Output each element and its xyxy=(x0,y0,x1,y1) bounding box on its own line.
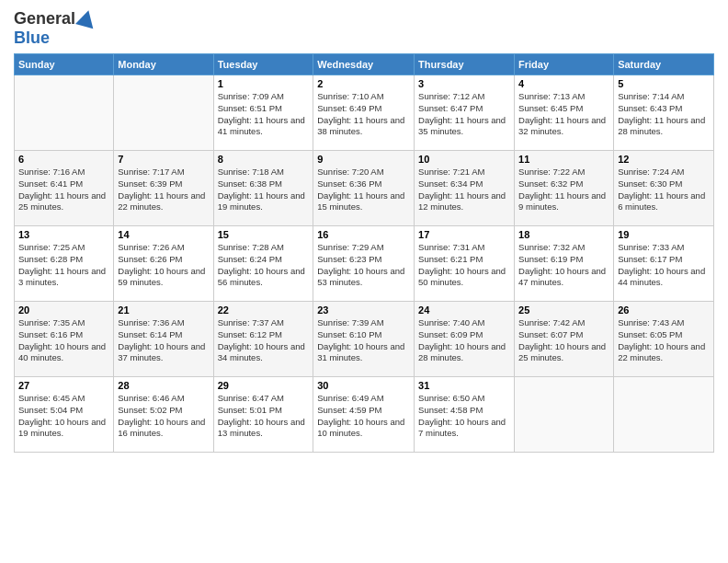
calendar-cell: 14Sunrise: 7:26 AMSunset: 6:26 PMDayligh… xyxy=(114,226,213,302)
cell-content: Sunrise: 7:09 AMSunset: 6:51 PMDaylight:… xyxy=(218,91,310,138)
cell-content: Sunrise: 7:24 AMSunset: 6:30 PMDaylight:… xyxy=(618,167,710,213)
calendar-cell: 16Sunrise: 7:29 AMSunset: 6:23 PMDayligh… xyxy=(313,226,415,302)
calendar-cell: 10Sunrise: 7:21 AMSunset: 6:34 PMDayligh… xyxy=(415,151,515,226)
day-number: 4 xyxy=(518,78,609,89)
cell-content: Sunrise: 7:40 AMSunset: 6:09 PMDaylight:… xyxy=(418,317,510,364)
cell-content: Sunrise: 7:36 AMSunset: 6:14 PMDaylight:… xyxy=(118,317,209,364)
calendar-cell: 8Sunrise: 7:18 AMSunset: 6:38 PMDaylight… xyxy=(213,151,313,226)
day-number: 21 xyxy=(118,304,209,316)
calendar-week-row: 1Sunrise: 7:09 AMSunset: 6:51 PMDaylight… xyxy=(15,75,714,151)
day-number: 27 xyxy=(18,380,109,391)
calendar-week-row: 20Sunrise: 7:35 AMSunset: 6:16 PMDayligh… xyxy=(15,302,714,377)
cell-content: Sunrise: 7:20 AMSunset: 6:36 PMDaylight:… xyxy=(317,167,410,213)
calendar-cell: 24Sunrise: 7:40 AMSunset: 6:09 PMDayligh… xyxy=(415,302,515,377)
calendar-cell: 22Sunrise: 7:37 AMSunset: 6:12 PMDayligh… xyxy=(213,302,313,377)
calendar-cell: 5Sunrise: 7:14 AMSunset: 6:43 PMDaylight… xyxy=(614,75,714,151)
day-number: 22 xyxy=(218,304,310,316)
calendar-cell: 13Sunrise: 7:25 AMSunset: 6:28 PMDayligh… xyxy=(15,226,114,302)
calendar-cell: 28Sunrise: 6:46 AMSunset: 5:02 PMDayligh… xyxy=(114,377,213,453)
day-number: 12 xyxy=(618,154,710,165)
day-of-week-header: Thursday xyxy=(415,54,515,75)
day-of-week-header: Sunday xyxy=(15,54,114,75)
cell-content: Sunrise: 7:12 AMSunset: 6:47 PMDaylight:… xyxy=(418,91,510,138)
cell-content: Sunrise: 7:25 AMSunset: 6:28 PMDaylight:… xyxy=(18,242,109,289)
calendar-week-row: 27Sunrise: 6:45 AMSunset: 5:04 PMDayligh… xyxy=(15,377,714,453)
day-of-week-header: Saturday xyxy=(614,54,714,75)
logo-blue-text: Blue xyxy=(14,29,50,48)
calendar-cell xyxy=(614,377,714,453)
calendar-cell: 9Sunrise: 7:20 AMSunset: 6:36 PMDaylight… xyxy=(313,151,415,226)
cell-content: Sunrise: 6:49 AMSunset: 4:59 PMDaylight:… xyxy=(317,393,410,440)
day-number: 2 xyxy=(317,78,410,89)
cell-content: Sunrise: 6:50 AMSunset: 4:58 PMDaylight:… xyxy=(418,393,510,440)
calendar-week-row: 6Sunrise: 7:16 AMSunset: 6:41 PMDaylight… xyxy=(15,151,714,226)
day-number: 11 xyxy=(518,154,609,165)
cell-content: Sunrise: 7:18 AMSunset: 6:38 PMDaylight:… xyxy=(218,167,310,213)
day-number: 16 xyxy=(317,229,410,240)
header: General Blue xyxy=(14,9,714,48)
logo-triangle-icon xyxy=(75,7,97,29)
calendar-cell: 26Sunrise: 7:43 AMSunset: 6:05 PMDayligh… xyxy=(614,302,714,377)
calendar-cell xyxy=(114,75,213,151)
calendar-cell: 30Sunrise: 6:49 AMSunset: 4:59 PMDayligh… xyxy=(313,377,415,453)
cell-content: Sunrise: 7:16 AMSunset: 6:41 PMDaylight:… xyxy=(18,167,109,213)
cell-content: Sunrise: 7:17 AMSunset: 6:39 PMDaylight:… xyxy=(118,167,209,213)
day-number: 3 xyxy=(418,78,510,89)
cell-content: Sunrise: 7:31 AMSunset: 6:21 PMDaylight:… xyxy=(418,242,510,289)
day-of-week-header: Monday xyxy=(114,54,213,75)
calendar-cell: 1Sunrise: 7:09 AMSunset: 6:51 PMDaylight… xyxy=(213,75,313,151)
cell-content: Sunrise: 7:35 AMSunset: 6:16 PMDaylight:… xyxy=(18,317,109,364)
calendar-cell: 21Sunrise: 7:36 AMSunset: 6:14 PMDayligh… xyxy=(114,302,213,377)
cell-content: Sunrise: 7:32 AMSunset: 6:19 PMDaylight:… xyxy=(518,242,609,289)
cell-content: Sunrise: 7:43 AMSunset: 6:05 PMDaylight:… xyxy=(618,317,710,364)
day-number: 30 xyxy=(317,380,410,391)
day-of-week-header: Wednesday xyxy=(313,54,415,75)
calendar-cell: 2Sunrise: 7:10 AMSunset: 6:49 PMDaylight… xyxy=(313,75,415,151)
cell-content: Sunrise: 7:39 AMSunset: 6:10 PMDaylight:… xyxy=(317,317,410,364)
day-number: 31 xyxy=(418,380,510,391)
day-number: 25 xyxy=(518,304,609,316)
day-number: 17 xyxy=(418,229,510,240)
day-number: 7 xyxy=(118,154,209,165)
calendar-cell: 27Sunrise: 6:45 AMSunset: 5:04 PMDayligh… xyxy=(15,377,114,453)
logo: General Blue xyxy=(14,9,96,48)
calendar-cell: 17Sunrise: 7:31 AMSunset: 6:21 PMDayligh… xyxy=(415,226,515,302)
calendar-cell: 12Sunrise: 7:24 AMSunset: 6:30 PMDayligh… xyxy=(614,151,714,226)
calendar-cell: 7Sunrise: 7:17 AMSunset: 6:39 PMDaylight… xyxy=(114,151,213,226)
day-number: 15 xyxy=(218,229,310,240)
cell-content: Sunrise: 7:22 AMSunset: 6:32 PMDaylight:… xyxy=(518,167,609,213)
calendar-cell: 29Sunrise: 6:47 AMSunset: 5:01 PMDayligh… xyxy=(213,377,313,453)
cell-content: Sunrise: 7:37 AMSunset: 6:12 PMDaylight:… xyxy=(218,317,310,364)
cell-content: Sunrise: 6:46 AMSunset: 5:02 PMDaylight:… xyxy=(118,393,209,440)
calendar: SundayMondayTuesdayWednesdayThursdayFrid… xyxy=(14,53,714,453)
day-number: 26 xyxy=(618,304,710,316)
day-number: 14 xyxy=(118,229,209,240)
cell-content: Sunrise: 6:47 AMSunset: 5:01 PMDaylight:… xyxy=(218,393,310,440)
logo-general-text: General xyxy=(14,9,75,29)
day-number: 24 xyxy=(418,304,510,316)
cell-content: Sunrise: 7:13 AMSunset: 6:45 PMDaylight:… xyxy=(518,91,609,138)
day-number: 18 xyxy=(518,229,609,240)
day-number: 20 xyxy=(18,304,109,316)
calendar-cell xyxy=(515,377,614,453)
cell-content: Sunrise: 6:45 AMSunset: 5:04 PMDaylight:… xyxy=(18,393,109,440)
calendar-cell xyxy=(15,75,114,151)
day-number: 1 xyxy=(218,78,310,89)
calendar-cell: 18Sunrise: 7:32 AMSunset: 6:19 PMDayligh… xyxy=(515,226,614,302)
day-of-week-header: Tuesday xyxy=(213,54,313,75)
cell-content: Sunrise: 7:21 AMSunset: 6:34 PMDaylight:… xyxy=(418,167,510,213)
page: General Blue SundayMondayTuesdayWednesda… xyxy=(0,0,728,563)
calendar-cell: 20Sunrise: 7:35 AMSunset: 6:16 PMDayligh… xyxy=(15,302,114,377)
cell-content: Sunrise: 7:28 AMSunset: 6:24 PMDaylight:… xyxy=(218,242,310,289)
cell-content: Sunrise: 7:26 AMSunset: 6:26 PMDaylight:… xyxy=(118,242,209,289)
cell-content: Sunrise: 7:10 AMSunset: 6:49 PMDaylight:… xyxy=(317,91,410,138)
calendar-cell: 25Sunrise: 7:42 AMSunset: 6:07 PMDayligh… xyxy=(515,302,614,377)
day-number: 13 xyxy=(18,229,109,240)
calendar-cell: 3Sunrise: 7:12 AMSunset: 6:47 PMDaylight… xyxy=(415,75,515,151)
day-number: 29 xyxy=(218,380,310,391)
calendar-cell: 31Sunrise: 6:50 AMSunset: 4:58 PMDayligh… xyxy=(415,377,515,453)
calendar-cell: 11Sunrise: 7:22 AMSunset: 6:32 PMDayligh… xyxy=(515,151,614,226)
calendar-cell: 19Sunrise: 7:33 AMSunset: 6:17 PMDayligh… xyxy=(614,226,714,302)
day-of-week-header: Friday xyxy=(515,54,614,75)
cell-content: Sunrise: 7:29 AMSunset: 6:23 PMDaylight:… xyxy=(317,242,410,289)
